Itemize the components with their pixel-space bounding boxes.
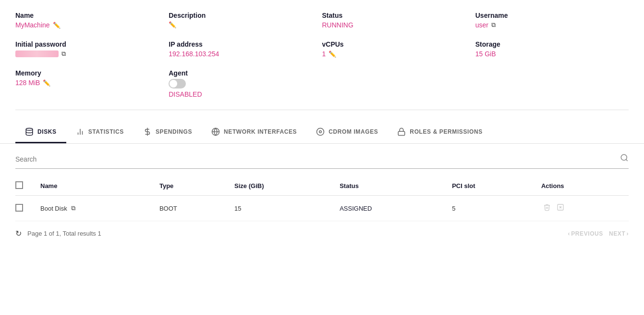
chevron-left-icon: ‹ [568, 230, 571, 237]
disk-name: Boot Disk [40, 205, 67, 212]
chevron-right-icon: › [626, 230, 629, 237]
row-size-cell: 15 [229, 196, 334, 221]
row-type-cell: BOOT [154, 196, 229, 221]
username-group: Username user ⧉ [475, 12, 629, 29]
row-actions-cell [535, 196, 629, 221]
name-value-wrap: MyMachine ✏️ [15, 21, 169, 29]
detach-button[interactable] [555, 202, 566, 214]
disk-size: 15 [234, 205, 241, 212]
table-section: Name Type Size (GiB) Status PCI slot Act… [0, 144, 644, 248]
ip-label: IP address [169, 40, 322, 48]
vcpus-group: vCPUs 1 ✏️ [322, 40, 475, 58]
memory-label: Memory [15, 69, 169, 77]
cdrom-icon [316, 127, 325, 136]
storage-value: 15 GiB [475, 50, 629, 58]
col-size: Size (GiB) [229, 176, 334, 196]
table-body: Boot Disk ⧉ BOOT 15 ASSIGNED 5 [15, 196, 629, 221]
previous-label: PREVIOUS [571, 230, 603, 237]
svg-point-10 [621, 154, 627, 160]
disk-name-wrap: Boot Disk ⧉ [40, 204, 148, 212]
pagination-right: ‹ PREVIOUS NEXT › [568, 230, 629, 237]
desc-edit-icon[interactable]: ✏️ [169, 21, 176, 28]
disk-pci: 5 [452, 205, 455, 212]
username-copy-icon[interactable]: ⧉ [491, 21, 496, 29]
tab-roles-label: ROLES & PERMISSIONS [410, 128, 482, 135]
roles-icon [397, 127, 406, 136]
storage-label: Storage [475, 40, 629, 48]
svg-point-7 [317, 128, 324, 136]
disk-name-copy-icon[interactable]: ⧉ [71, 204, 75, 212]
select-all-checkbox[interactable] [15, 181, 23, 189]
username-label: Username [475, 12, 629, 19]
col-pci: PCI slot [446, 176, 535, 196]
desc-label: Description [169, 12, 322, 19]
username-value: user [475, 21, 488, 29]
network-icon [211, 127, 220, 136]
vcpus-edit-icon[interactable]: ✏️ [328, 50, 336, 58]
pagination: ↻ Page 1 of 1, Total results 1 ‹ PREVIOU… [15, 221, 629, 238]
col-checkbox [15, 176, 35, 196]
col-actions: Actions [535, 176, 629, 196]
row-pci-cell: 5 [446, 196, 535, 221]
disks-icon [25, 127, 34, 136]
delete-button[interactable] [541, 202, 553, 214]
table-header: Name Type Size (GiB) Status PCI slot Act… [15, 176, 629, 196]
tab-cdrom[interactable]: CDROM IMAGES [306, 122, 388, 143]
tab-network[interactable]: NETWORK INTERFACES [202, 122, 306, 143]
header-row: Name Type Size (GiB) Status PCI slot Act… [15, 176, 629, 196]
svg-rect-9 [399, 131, 405, 135]
search-input[interactable] [15, 155, 620, 163]
status-group: Status RUNNING [322, 12, 475, 29]
storage-group: Storage 15 GiB [475, 40, 629, 58]
col-name: Name [35, 176, 154, 196]
row-name-cell: Boot Disk ⧉ [35, 196, 154, 221]
ip-value: 192.168.103.254 [169, 50, 322, 58]
vcpus-value: 1 [322, 50, 326, 58]
svg-point-8 [319, 131, 322, 133]
password-blur [15, 50, 59, 57]
col-status: Status [334, 176, 446, 196]
svg-point-0 [26, 128, 33, 131]
tab-network-label: NETWORK INTERFACES [224, 128, 297, 135]
memory-group: Memory 128 MiB ✏️ [15, 69, 169, 98]
statistics-icon [76, 127, 85, 136]
password-copy-icon[interactable]: ⧉ [61, 50, 66, 58]
desc-value-wrap: ✏️ [169, 21, 322, 28]
previous-button[interactable]: ‹ PREVIOUS [568, 230, 603, 237]
tab-roles[interactable]: ROLES & PERMISSIONS [388, 122, 492, 143]
row-status-cell: ASSIGNED [334, 196, 446, 221]
name-edit-icon[interactable]: ✏️ [53, 22, 61, 29]
tab-bar: DISKS STATISTICS SPENDINGS [0, 122, 644, 144]
svg-line-11 [626, 159, 627, 161]
tab-spendings-label: SPENDINGS [156, 128, 192, 135]
ip-group: IP address 192.168.103.254 [169, 40, 322, 58]
password-label: Initial password [15, 40, 169, 48]
vcpus-value-wrap: 1 ✏️ [322, 50, 475, 58]
status-value: RUNNING [322, 21, 475, 29]
name-label: Name [15, 12, 169, 19]
pagination-left: ↻ Page 1 of 1, Total results 1 [15, 229, 101, 238]
table-row: Boot Disk ⧉ BOOT 15 ASSIGNED 5 [15, 196, 629, 221]
refresh-icon[interactable]: ↻ [15, 229, 22, 238]
agent-toggle[interactable] [169, 79, 186, 88]
col-type: Type [154, 176, 229, 196]
tab-spendings[interactable]: SPENDINGS [134, 122, 202, 143]
agent-status: DISABLED [169, 90, 322, 98]
search-icon [620, 153, 629, 164]
agent-group: Agent DISABLED [169, 69, 322, 98]
row-checkbox-cell [15, 196, 35, 221]
password-value-wrap: ⧉ [15, 50, 169, 58]
machine-name: MyMachine [15, 21, 50, 29]
tab-cdrom-label: CDROM IMAGES [328, 128, 378, 135]
next-button[interactable]: NEXT › [609, 230, 629, 237]
agent-label: Agent [169, 69, 322, 77]
next-label: NEXT [609, 230, 625, 237]
tab-disks[interactable]: DISKS [15, 122, 66, 143]
section-divider [15, 110, 629, 110]
memory-value-wrap: 128 MiB ✏️ [15, 79, 169, 87]
agent-toggle-wrap [169, 79, 322, 88]
tab-statistics[interactable]: STATISTICS [66, 122, 134, 143]
memory-value: 128 MiB [15, 79, 40, 87]
memory-edit-icon[interactable]: ✏️ [43, 79, 50, 87]
row-checkbox[interactable] [15, 204, 23, 212]
